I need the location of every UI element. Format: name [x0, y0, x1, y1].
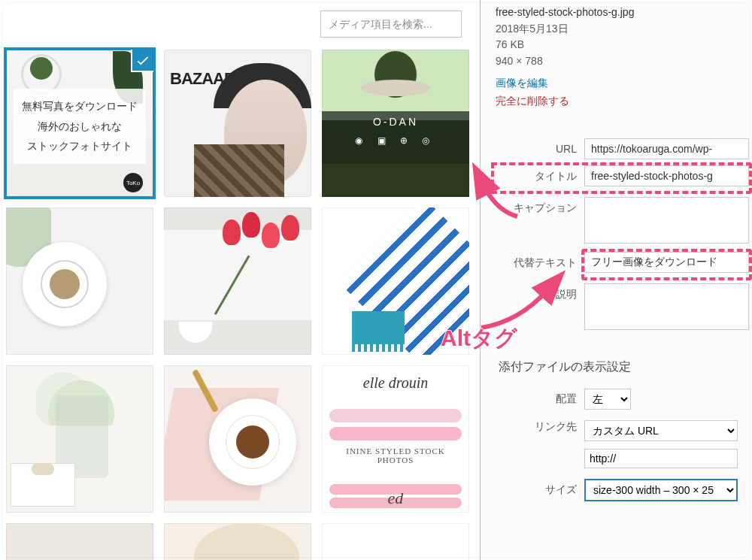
- size-select[interactable]: size-300 width – 300 × 25: [584, 479, 738, 501]
- attachment-dimensions: 940 × 788: [496, 53, 752, 70]
- media-item-9[interactable]: elle drouin ININE STYLED STOCK PHOTOS ed: [322, 365, 469, 513]
- attachment-filesize: 76 KB: [496, 37, 752, 53]
- media-item-7[interactable]: [6, 365, 153, 513]
- selected-check-icon[interactable]: [131, 50, 153, 72]
- url-label: URL: [496, 138, 584, 155]
- edit-image-link[interactable]: 画像を編集: [496, 74, 752, 92]
- alt-label: 代替テキスト: [496, 252, 584, 270]
- link-url-field[interactable]: [584, 449, 738, 468]
- media-item-4[interactable]: [6, 207, 153, 355]
- search-input[interactable]: [320, 11, 462, 38]
- thumb-badge: ToKo: [123, 173, 143, 192]
- media-item-2[interactable]: BAZAAR: [164, 50, 311, 197]
- thumb-overlay: O-DAN ◉ ▣ ⊕ ◎: [322, 111, 469, 164]
- media-item-10[interactable]: [6, 523, 153, 560]
- attachment-date: 2018年5月13日: [496, 21, 752, 38]
- media-item-11[interactable]: [164, 523, 311, 560]
- attachment-details: free-styled-stock-photos-g.jpg 2018年5月13…: [480, 0, 752, 560]
- align-label: 配置: [496, 392, 584, 406]
- media-item-12[interactable]: It's Good to Have You: [322, 523, 469, 560]
- media-item-3[interactable]: O-DAN ◉ ▣ ⊕ ◎: [322, 50, 469, 197]
- attachment-filename: free-styled-stock-photos-g.jpg: [496, 5, 752, 21]
- align-select[interactable]: 左: [584, 389, 631, 410]
- title-label: タイトル: [496, 165, 584, 183]
- size-label: サイズ: [496, 483, 584, 497]
- media-grid: 無料写真をダウンロード 海外のおしゃれな ストックフォトサイト ToKo BAZ…: [6, 50, 472, 560]
- display-settings-heading: 添付ファイルの表示設定: [499, 359, 752, 375]
- media-item-8[interactable]: [164, 365, 311, 513]
- delete-permanently-link[interactable]: 完全に削除する: [496, 92, 752, 110]
- alt-field[interactable]: [584, 252, 749, 273]
- linkto-select[interactable]: カスタム URL: [584, 420, 738, 441]
- media-search[interactable]: [320, 11, 462, 38]
- media-item-5[interactable]: [164, 207, 311, 355]
- linkto-label: リンク先: [496, 420, 584, 434]
- thumb-caption: 無料写真をダウンロード 海外のおしゃれな ストックフォトサイト: [14, 89, 146, 164]
- description-label: 説明: [496, 283, 584, 301]
- description-field[interactable]: [584, 283, 749, 330]
- media-item-1[interactable]: 無料写真をダウンロード 海外のおしゃれな ストックフォトサイト ToKo: [6, 50, 153, 197]
- caption-label: キャプション: [496, 197, 584, 215]
- title-field[interactable]: [584, 165, 749, 186]
- url-field[interactable]: [584, 138, 749, 159]
- media-item-6[interactable]: [322, 207, 469, 355]
- caption-field[interactable]: [584, 197, 749, 244]
